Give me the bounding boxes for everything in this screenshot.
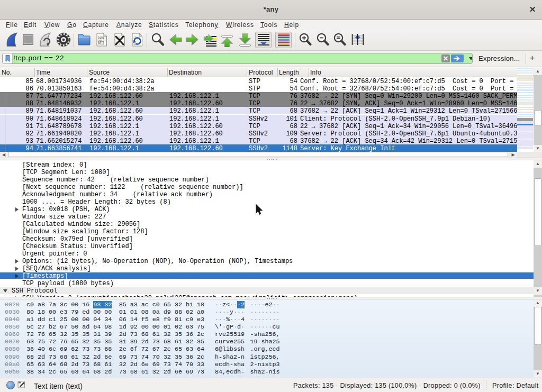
svg-text:0011: 0011	[98, 42, 104, 45]
